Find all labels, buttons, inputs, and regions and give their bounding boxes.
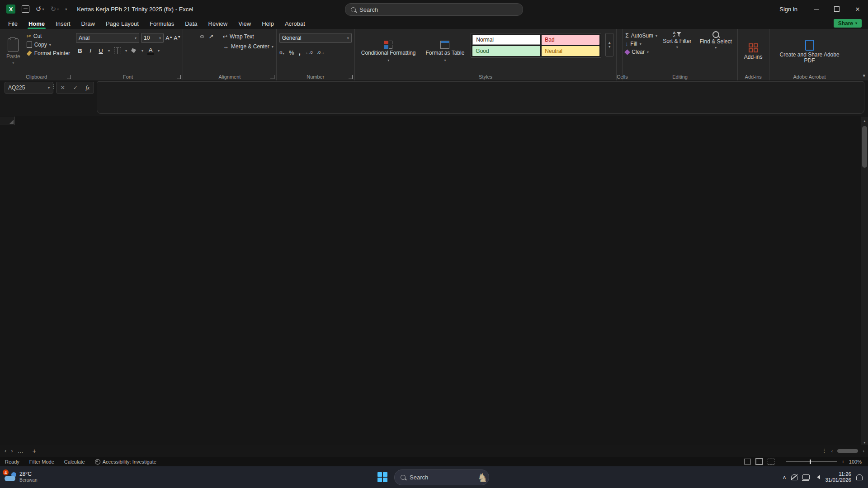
customize-qat-button[interactable]: ▾ xyxy=(65,7,67,11)
borders-button[interactable] xyxy=(114,47,121,54)
clipboard-dialog-launcher-icon[interactable] xyxy=(67,75,71,79)
scrollbar-thumb[interactable] xyxy=(862,126,867,168)
format-as-table-button[interactable]: Format as Table ▾ xyxy=(422,31,468,72)
ribbon-tab-insert[interactable]: Insert xyxy=(50,18,76,29)
taskbar-search-box[interactable]: Search ♞ xyxy=(394,469,489,485)
redo-button[interactable]: ↻▾ xyxy=(51,5,59,13)
close-button[interactable]: ✕ xyxy=(847,0,868,18)
create-share-pdf-button[interactable]: Create and Share Adobe PDF xyxy=(772,31,847,72)
ribbon-tab-formulas[interactable]: Formulas xyxy=(144,18,179,29)
weather-widget[interactable]: 4 28°C Berawan xyxy=(0,471,72,483)
shrink-font-button[interactable]: A▼ xyxy=(174,35,180,42)
taskbar-clock[interactable]: 11:26 31/01/2026 xyxy=(825,471,851,483)
decrease-decimal-button[interactable]: .0→ xyxy=(317,51,325,55)
middle-align-button[interactable] xyxy=(193,36,196,38)
conditional-formatting-button[interactable]: Conditional Formatting ▾ xyxy=(358,31,420,72)
ribbon-tab-view[interactable]: View xyxy=(233,18,256,29)
fill-button[interactable]: ↓Fill▾ xyxy=(625,41,657,47)
collapse-ribbon-button[interactable]: ▾ xyxy=(863,73,865,79)
hscroll-left-icon[interactable]: ‹ xyxy=(831,448,833,454)
comma-style-button[interactable]: , xyxy=(299,48,301,56)
page-layout-view-button[interactable] xyxy=(755,458,763,465)
select-all-button[interactable] xyxy=(0,117,15,125)
zoom-slider[interactable] xyxy=(786,461,837,462)
increase-decimal-button[interactable]: ←.0 xyxy=(305,51,313,55)
notification-bell-icon[interactable] xyxy=(856,474,863,480)
decrease-indent-button[interactable] xyxy=(207,46,210,47)
bottom-align-button[interactable] xyxy=(200,35,204,38)
addins-button[interactable]: Add-ins xyxy=(741,31,766,72)
alignment-dialog-launcher-icon[interactable] xyxy=(270,75,274,79)
zoom-out-button[interactable]: − xyxy=(779,459,782,465)
ribbon-tab-help[interactable]: Help xyxy=(256,18,279,29)
bold-button[interactable]: B xyxy=(77,47,83,54)
restore-button[interactable] xyxy=(826,0,847,18)
device-icon[interactable] xyxy=(802,474,810,480)
undo-button[interactable]: ↺▾ xyxy=(36,5,44,13)
confirm-entry-button[interactable]: ✓ xyxy=(73,84,78,91)
grow-font-button[interactable]: A▲ xyxy=(165,35,172,42)
merge-center-button[interactable]: ↔Merge & Center▾ xyxy=(223,43,274,50)
style-good[interactable]: Good xyxy=(472,46,540,56)
sheet-more-icon[interactable]: … xyxy=(18,447,24,454)
font-dialog-launcher-icon[interactable] xyxy=(177,75,181,79)
ribbon-tab-draw[interactable]: Draw xyxy=(76,18,100,29)
add-sheet-button[interactable]: + xyxy=(28,445,41,457)
horizontal-scrollbar-thumb[interactable] xyxy=(837,449,858,453)
paste-button[interactable]: Paste ▾ xyxy=(3,31,24,72)
clear-button[interactable]: Clear▾ xyxy=(625,49,657,55)
sign-in-button[interactable]: Sign in xyxy=(771,6,806,13)
copy-button[interactable]: Copy▾ xyxy=(27,42,70,48)
fill-color-button[interactable] xyxy=(131,48,137,53)
format-painter-button[interactable]: Format Painter xyxy=(27,50,70,56)
volume-icon[interactable] xyxy=(815,475,820,479)
start-button[interactable] xyxy=(375,469,390,485)
tray-chevron-up-icon[interactable]: ∧ xyxy=(783,474,787,480)
style-neutral[interactable]: Neutral xyxy=(542,46,599,56)
hscroll-right-icon[interactable]: › xyxy=(863,448,864,454)
save-button[interactable] xyxy=(22,5,29,13)
align-left-button[interactable] xyxy=(187,46,189,47)
find-select-button[interactable]: Find & Select ▾ xyxy=(697,31,734,72)
style-normal[interactable]: Normal xyxy=(472,35,540,45)
top-align-button[interactable] xyxy=(187,36,189,38)
status-calculate[interactable]: Calculate xyxy=(59,459,90,465)
insert-function-button[interactable]: fx xyxy=(85,84,90,91)
font-size-combo[interactable]: 10▾ xyxy=(141,33,164,43)
italic-button[interactable]: I xyxy=(87,47,94,54)
cancel-entry-button[interactable]: ✕ xyxy=(61,84,65,91)
status-accessibility[interactable]: Accessibility: Investigate xyxy=(90,459,161,465)
ribbon-tab-file[interactable]: File xyxy=(3,18,23,29)
normal-view-button[interactable] xyxy=(744,459,751,465)
sort-filter-button[interactable]: AZ Sort & Filter ▾ xyxy=(660,31,694,72)
align-center-button[interactable] xyxy=(193,46,196,47)
underline-button[interactable]: U xyxy=(98,47,104,54)
autosum-button[interactable]: ΣAutoSum▾ xyxy=(625,33,657,39)
ribbon-tab-review[interactable]: Review xyxy=(203,18,233,29)
font-name-combo[interactable]: Arial▾ xyxy=(76,33,139,43)
wrap-text-button[interactable]: ↩Wrap Text xyxy=(223,33,254,40)
name-box[interactable]: AQ225 ▾ xyxy=(5,82,53,94)
number-dialog-launcher-icon[interactable] xyxy=(349,75,353,79)
ribbon-tab-acrobat[interactable]: Acrobat xyxy=(279,18,311,29)
cut-button[interactable]: ✂Cut xyxy=(27,33,70,39)
tab-options-icon[interactable]: ⋮ xyxy=(822,448,827,454)
zoom-slider-thumb[interactable] xyxy=(810,460,811,464)
vertical-scrollbar[interactable]: ▲ ▼ xyxy=(861,117,868,445)
styles-gallery-scroll[interactable]: ▲▾ xyxy=(605,33,613,56)
percent-style-button[interactable]: % xyxy=(289,49,294,56)
sheet-nav-right-icon[interactable]: › xyxy=(11,447,13,454)
ribbon-tab-page-layout[interactable]: Page Layout xyxy=(100,18,144,29)
focus-assist-icon[interactable] xyxy=(791,474,797,480)
page-break-view-button[interactable] xyxy=(768,459,774,465)
zoom-level[interactable]: 100% xyxy=(849,459,862,465)
align-right-button[interactable] xyxy=(200,46,203,47)
min-button[interactable] xyxy=(806,0,826,18)
formula-input[interactable] xyxy=(97,81,864,114)
zoom-in-button[interactable]: + xyxy=(841,459,844,465)
ribbon-tab-data[interactable]: Data xyxy=(179,18,203,29)
sheet-nav-left-icon[interactable]: ‹ xyxy=(5,447,6,454)
title-search-box[interactable]: Search xyxy=(345,3,523,16)
ribbon-tab-home[interactable]: Home xyxy=(23,18,50,29)
share-button[interactable]: Share ▾ xyxy=(834,19,862,28)
